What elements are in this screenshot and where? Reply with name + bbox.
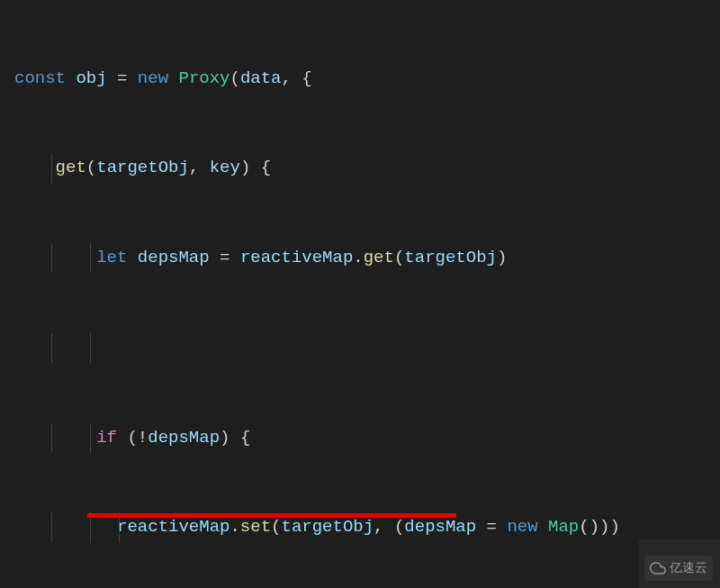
keyword-new: new [138,68,168,88]
class-map: Map [548,517,579,537]
keyword-if: if [96,428,117,448]
code-line [0,333,720,363]
code-line: get(targetObj, key) { [0,153,720,183]
keyword-const: const [14,68,66,88]
code-editor: const obj = new Proxy(data, { get(target… [0,0,720,588]
code-line: if (!depsMap) { [0,423,720,453]
keyword-let: let [96,248,127,267]
highlight-underline [87,513,456,518]
code-line: let depsMap = reactiveMap.get(targetObj) [0,243,720,273]
cloud-icon [650,560,666,576]
var-obj: obj [76,68,106,88]
class-proxy: Proxy [178,68,230,88]
watermark: 亿速云 [644,556,713,582]
watermark-text: 亿速云 [670,557,707,580]
method-get: get [56,158,86,177]
code-line: const obj = new Proxy(data, { [0,64,720,94]
